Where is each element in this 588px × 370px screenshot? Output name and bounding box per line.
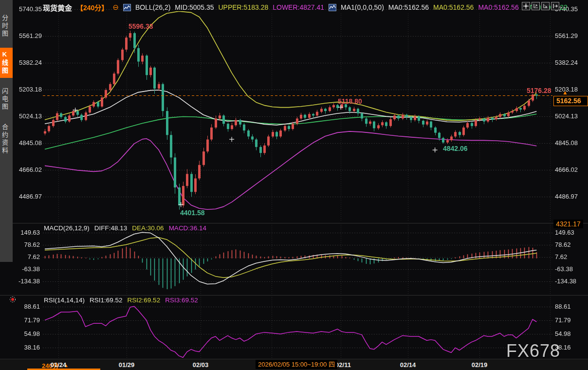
x-axis-label: 01/29 bbox=[119, 361, 135, 369]
price-annotation: 4842.06 bbox=[443, 145, 468, 152]
main-y-tick-left: 4845.08 bbox=[8, 139, 42, 147]
rsi-y-tick-left: 54.98 bbox=[6, 330, 40, 337]
rsi-header: RSI(14,14,14) RSI1:69.52 RSI2:69.52 RSI3… bbox=[44, 296, 198, 304]
boll-label: BOLL(26,2) bbox=[135, 3, 170, 11]
macd-y-tick-right: 78.62 bbox=[555, 241, 571, 248]
main-y-tick-left: 5203.18 bbox=[8, 86, 42, 93]
indicator-chart-icon[interactable] bbox=[329, 4, 336, 11]
panel-divider bbox=[0, 295, 588, 296]
ma0-value-white: MA0:5162.56 bbox=[388, 3, 429, 11]
x-axis-label: 02/11 bbox=[335, 361, 351, 369]
main-y-tick-right: 4486.97 bbox=[555, 193, 578, 200]
macd-header: MACD(26,12,9) DIFF:48.13 DEA:30.06 MACD:… bbox=[44, 224, 206, 232]
current-price-badge: 5162.56 bbox=[553, 96, 588, 106]
price-marker-arrow-icon: ▲ bbox=[562, 89, 568, 96]
boll-lower-value: LOWER:4827.41 bbox=[273, 3, 324, 11]
rsi2-value: RSI2:69.52 bbox=[128, 296, 161, 304]
x-axis-label: 02/19 bbox=[472, 361, 488, 369]
ma-label: MA1(0,0,0,50) bbox=[341, 3, 384, 11]
rsi3-value: RSI3:69.52 bbox=[165, 296, 198, 304]
rsi-y-tick-right: 88.61 bbox=[555, 303, 571, 310]
symbol-title: 现货黄金 bbox=[43, 2, 72, 13]
macd-y-tick-left: -63.38 bbox=[6, 265, 40, 273]
rsi-label: RSI(14,14,14) bbox=[44, 296, 85, 304]
chart-toolbar bbox=[522, 2, 559, 10]
price-annotation: 5176.28 bbox=[527, 87, 551, 94]
x-axis-label: 02/14 bbox=[400, 361, 416, 369]
collapse-circle-icon[interactable]: ⊖ bbox=[112, 3, 119, 12]
x-axis-label: 02/03 bbox=[193, 361, 209, 369]
rsi1-value: RSI1:69.52 bbox=[90, 296, 123, 304]
macd-y-tick-right: -134.38 bbox=[555, 278, 576, 285]
collapse-panel-icon[interactable] bbox=[551, 2, 559, 10]
rsi-y-tick-right: 54.98 bbox=[555, 330, 571, 337]
macd-dea-value: DEA:30.06 bbox=[132, 224, 164, 232]
price-annotation: 4401.58 bbox=[180, 209, 205, 217]
panel-divider bbox=[0, 223, 588, 223]
chart-canvas[interactable] bbox=[0, 0, 588, 359]
macd-label: MACD(26,12,9) bbox=[44, 224, 90, 232]
macd-y-tick-left: -134.38 bbox=[6, 278, 40, 285]
timeframe-badge: 【240分】 bbox=[76, 2, 108, 12]
indicator-chart-icon[interactable] bbox=[123, 4, 131, 11]
axis-move-icon[interactable] bbox=[541, 2, 550, 10]
main-y-tick-left: 5740.35 bbox=[8, 5, 42, 13]
rsi-y-tick-left: 71.79 bbox=[6, 316, 40, 324]
main-y-tick-right: 4666.02 bbox=[555, 166, 578, 173]
sidebar-item-1[interactable]: 分时图 bbox=[0, 12, 13, 41]
main-y-tick-right: 5382.24 bbox=[555, 59, 578, 66]
boll-mid-value: MID:5005.35 bbox=[175, 3, 214, 11]
ma0-value-yellow: MA0:5162.56 bbox=[433, 3, 474, 11]
axis-scale-icon[interactable] bbox=[532, 2, 540, 10]
rsi-y-tick-right: 38.16 bbox=[555, 344, 571, 351]
main-y-tick-left: 5024.13 bbox=[8, 112, 42, 120]
boll-upper-value: UPPER:5183.28 bbox=[219, 3, 269, 11]
main-y-tick-left: 5382.24 bbox=[8, 59, 42, 66]
sidebar-item-2[interactable]: K线图 bbox=[0, 48, 13, 78]
macd-macd-value: MACD:36.14 bbox=[169, 224, 206, 232]
main-y-tick-right: 4845.08 bbox=[555, 139, 578, 147]
chart-header: 现货黄金 【240分】 ⊖ BOLL(26,2) MID:5005.35 UPP… bbox=[43, 2, 568, 13]
main-y-tick-right: 5561.29 bbox=[555, 32, 578, 39]
price-annotation: 5118.80 bbox=[338, 97, 362, 105]
sidebar-item-4[interactable]: 合约资料 bbox=[0, 121, 13, 158]
watermark: FX678 bbox=[506, 341, 560, 361]
main-y-tick-left: 5561.29 bbox=[8, 32, 42, 39]
rsi-y-tick-right: 71.79 bbox=[555, 316, 571, 324]
bottom-bar: 240分 ▲ 01/2401/2902/0302/1102/1402/19 20… bbox=[0, 359, 588, 370]
pan-icon[interactable] bbox=[522, 2, 530, 10]
macd-y-tick-right: 7.62 bbox=[555, 253, 567, 260]
macd-y-tick-right: -63.38 bbox=[555, 265, 573, 273]
sidebar: 分时图K线图闪电图合约资料 bbox=[0, 0, 13, 262]
main-y-tick-left: 4666.02 bbox=[8, 166, 42, 173]
trading-app: 分时图K线图闪电图合约资料 现货黄金 【240分】 ⊖ BOLL(26,2) M… bbox=[0, 0, 588, 370]
main-y-tick-left: 4486.97 bbox=[8, 193, 42, 200]
macd-diff-value: DIFF:48.13 bbox=[94, 224, 128, 232]
sidebar-item-3[interactable]: 闪电图 bbox=[0, 85, 13, 114]
main-y-tick-right: 5024.13 bbox=[555, 112, 578, 120]
crosshair-date-tooltip: 2026/02/05 15:00~19:00 四 bbox=[256, 360, 337, 369]
live-alert-icon bbox=[9, 296, 16, 305]
range-low-badge: 4321.17 bbox=[553, 220, 583, 228]
rsi-y-tick-left: 38.16 bbox=[6, 344, 40, 351]
macd-y-tick-right: 149.63 bbox=[555, 229, 574, 236]
x-axis-label: 01/24 bbox=[51, 361, 67, 369]
price-annotation: 5596.33 bbox=[129, 22, 153, 30]
ma0-value-magenta: MA0:5162.56 bbox=[478, 3, 518, 11]
